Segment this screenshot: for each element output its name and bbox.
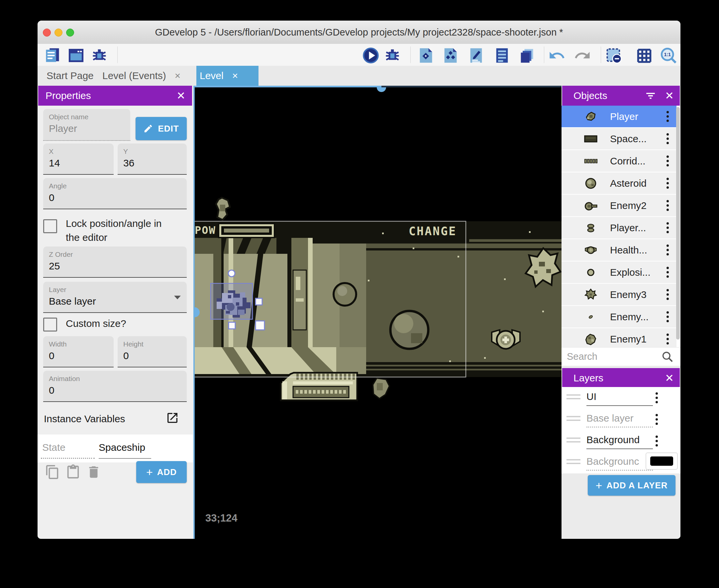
debug-icon[interactable] <box>90 46 109 65</box>
resize-handle-corner[interactable] <box>255 321 265 330</box>
custom-size-checkbox[interactable] <box>43 318 57 332</box>
background-color-swatch[interactable] <box>646 453 678 470</box>
player-instance[interactable] <box>211 284 253 319</box>
object-menu-icon[interactable] <box>667 200 669 211</box>
y-field[interactable]: Y 36 <box>118 144 187 175</box>
add-layer-button[interactable]: + ADD A LAYER <box>588 475 675 496</box>
object-menu-icon[interactable] <box>667 178 669 189</box>
object-item-player[interactable]: Player <box>562 106 676 128</box>
object-menu-icon[interactable] <box>667 111 669 122</box>
events-list-icon[interactable] <box>493 46 511 65</box>
y-label: Y <box>123 147 187 155</box>
top-splitter[interactable] <box>193 86 381 87</box>
preview-window-icon[interactable] <box>67 46 85 65</box>
layer-menu-icon[interactable] <box>656 414 658 425</box>
toolbar-separator <box>544 46 544 63</box>
layer-item-ui[interactable]: UI <box>562 387 680 408</box>
lock-position-checkbox-row[interactable]: Lock position/angle in the editor <box>43 216 162 245</box>
tab-level[interactable]: Level× <box>196 66 258 86</box>
player-bullet-sprite <box>584 220 598 235</box>
object-menu-icon[interactable] <box>667 334 669 344</box>
drag-handle-icon[interactable] <box>567 459 580 466</box>
edit-button[interactable]: EDIT <box>135 117 187 140</box>
object-menu-icon[interactable] <box>667 245 669 255</box>
object-item-space[interactable]: Space... <box>562 128 676 150</box>
left-splitter[interactable] <box>193 86 195 539</box>
close-properties-icon[interactable]: ✕ <box>176 89 185 102</box>
height-field[interactable]: Height 0 <box>118 336 187 368</box>
rotate-handle[interactable] <box>228 270 235 277</box>
angle-field[interactable]: Angle 0 <box>43 178 187 209</box>
add-variable-button[interactable]: + ADD <box>136 461 187 483</box>
tab-level-events-[interactable]: Level (Events)× <box>99 66 199 86</box>
paste-icon[interactable] <box>65 464 81 480</box>
object-menu-icon[interactable] <box>667 155 669 166</box>
object-item-enemy[interactable]: Enemy... <box>562 306 676 328</box>
z-order-field[interactable]: Z Order 25 <box>43 247 187 278</box>
search-icon <box>661 351 674 363</box>
object-item-health[interactable]: Health... <box>562 239 676 261</box>
object-item-asteroid[interactable]: Asteroid <box>562 172 676 195</box>
object-item-enemy2[interactable]: Enemy2 <box>562 195 676 217</box>
copy-icon[interactable] <box>45 464 60 480</box>
grid-icon[interactable] <box>635 46 653 65</box>
close-objects-icon[interactable]: ✕ <box>665 89 674 102</box>
edit-events-icon[interactable] <box>467 46 485 65</box>
pow-label: POW <box>195 224 216 236</box>
variable-value[interactable]: Spaceship <box>99 442 145 453</box>
object-menu-icon[interactable] <box>667 267 669 278</box>
object-menu-icon[interactable] <box>667 222 669 233</box>
scene-editor-icon[interactable] <box>416 46 435 65</box>
open-in-new-icon[interactable] <box>166 411 179 424</box>
tab-start-page[interactable]: Start Page <box>43 66 100 86</box>
delete-icon[interactable] <box>86 464 101 480</box>
width-field[interactable]: Width 0 <box>43 336 114 368</box>
object-item-explosi[interactable]: Explosi... <box>562 261 676 284</box>
close-tab-icon[interactable]: × <box>232 70 238 81</box>
object-item-enemy1[interactable]: Enemy1 <box>562 328 676 347</box>
object-item-player[interactable]: Player... <box>562 217 676 239</box>
lock-position-checkbox[interactable] <box>43 219 57 233</box>
drag-handle-icon[interactable] <box>567 416 580 423</box>
window-title: GDevelop 5 - /Users/florian/Documents/GD… <box>38 21 680 44</box>
object-item-corrid[interactable]: Corrid... <box>562 150 676 172</box>
x-field[interactable]: X 14 <box>43 144 114 175</box>
animation-field[interactable]: Animation 0 <box>43 371 187 402</box>
resize-handle-right[interactable] <box>255 298 262 305</box>
close-layers-icon[interactable]: ✕ <box>665 372 674 384</box>
zoom-1-1-icon[interactable]: 1:1 <box>659 46 678 65</box>
object-menu-icon[interactable] <box>667 133 669 144</box>
layer-label: Backgrounc <box>587 456 639 467</box>
drag-handle-icon[interactable] <box>567 394 580 402</box>
redo-icon[interactable] <box>573 46 592 65</box>
object-menu-icon[interactable] <box>667 289 669 300</box>
layer-item-backgrounc[interactable]: Backgrounc <box>562 452 680 474</box>
layer-menu-icon[interactable] <box>656 392 658 403</box>
layer-item-base-layer[interactable]: Base layer <box>562 408 680 430</box>
layer-menu-icon[interactable] <box>656 436 658 446</box>
objects-scrollbar[interactable] <box>676 107 680 339</box>
layer-item-background[interactable]: Background <box>562 430 680 452</box>
play-icon[interactable] <box>361 46 380 65</box>
object-menu-icon[interactable] <box>667 311 669 322</box>
variable-name[interactable]: State <box>42 442 65 453</box>
top-splitter-handle[interactable] <box>377 87 386 92</box>
mask-icon[interactable] <box>605 46 623 65</box>
close-tab-icon[interactable]: × <box>175 70 181 81</box>
layer-select[interactable]: Layer Base layer <box>43 282 187 313</box>
resize-handle-bottom[interactable] <box>229 322 235 329</box>
filter-icon[interactable] <box>645 90 656 101</box>
debugger-icon[interactable] <box>383 46 402 65</box>
undo-icon[interactable] <box>548 46 566 65</box>
object-item-enemy3[interactable]: Enemy3 <box>562 284 676 306</box>
external-layout-icon[interactable] <box>441 46 460 65</box>
selection-box <box>211 284 253 319</box>
duplicate-layers-icon[interactable] <box>517 46 536 65</box>
project-manager-icon[interactable] <box>43 46 62 65</box>
properties-panel: Properties ✕ Object name Player EDIT X 1… <box>38 86 193 539</box>
drag-handle-icon[interactable] <box>567 438 580 445</box>
scene-canvas[interactable]: POW CHANGE <box>193 86 562 539</box>
object-label: Enemy3 <box>610 289 667 300</box>
custom-size-checkbox-row[interactable]: Custom size? <box>43 318 126 332</box>
object-search[interactable]: Search <box>562 347 680 366</box>
